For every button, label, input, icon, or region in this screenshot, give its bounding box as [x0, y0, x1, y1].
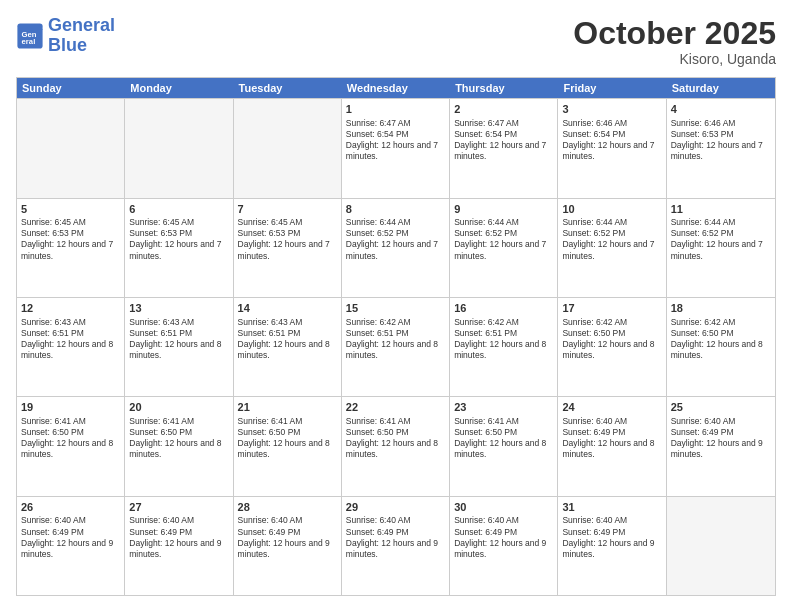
- day-number: 12: [21, 301, 120, 316]
- day-info: Sunrise: 6:40 AMSunset: 6:49 PMDaylight:…: [562, 515, 661, 559]
- day-number: 26: [21, 500, 120, 515]
- calendar-cell: 24Sunrise: 6:40 AMSunset: 6:49 PMDayligh…: [558, 397, 666, 495]
- logo-blue: Blue: [48, 35, 87, 55]
- day-number: 30: [454, 500, 553, 515]
- calendar-cell: 31Sunrise: 6:40 AMSunset: 6:49 PMDayligh…: [558, 497, 666, 595]
- weekday-header: Sunday: [17, 78, 125, 98]
- calendar-row: 5Sunrise: 6:45 AMSunset: 6:53 PMDaylight…: [17, 198, 775, 297]
- logo-general: General: [48, 15, 115, 35]
- calendar-cell: 5Sunrise: 6:45 AMSunset: 6:53 PMDaylight…: [17, 199, 125, 297]
- day-number: 31: [562, 500, 661, 515]
- weekday-header: Monday: [125, 78, 233, 98]
- calendar-cell: 13Sunrise: 6:43 AMSunset: 6:51 PMDayligh…: [125, 298, 233, 396]
- calendar-cell: 16Sunrise: 6:42 AMSunset: 6:51 PMDayligh…: [450, 298, 558, 396]
- calendar-row: 1Sunrise: 6:47 AMSunset: 6:54 PMDaylight…: [17, 98, 775, 197]
- day-number: 21: [238, 400, 337, 415]
- day-number: 6: [129, 202, 228, 217]
- day-info: Sunrise: 6:45 AMSunset: 6:53 PMDaylight:…: [129, 217, 228, 261]
- weekday-header: Wednesday: [342, 78, 450, 98]
- calendar-cell: 10Sunrise: 6:44 AMSunset: 6:52 PMDayligh…: [558, 199, 666, 297]
- day-number: 17: [562, 301, 661, 316]
- day-number: 2: [454, 102, 553, 117]
- calendar-cell: 15Sunrise: 6:42 AMSunset: 6:51 PMDayligh…: [342, 298, 450, 396]
- logo-text: General Blue: [48, 16, 115, 56]
- day-info: Sunrise: 6:47 AMSunset: 6:54 PMDaylight:…: [346, 118, 445, 162]
- calendar: SundayMondayTuesdayWednesdayThursdayFrid…: [16, 77, 776, 596]
- location: Kisoro, Uganda: [573, 51, 776, 67]
- day-info: Sunrise: 6:41 AMSunset: 6:50 PMDaylight:…: [346, 416, 445, 460]
- day-number: 18: [671, 301, 771, 316]
- day-info: Sunrise: 6:41 AMSunset: 6:50 PMDaylight:…: [21, 416, 120, 460]
- weekday-header: Thursday: [450, 78, 558, 98]
- calendar-cell: 25Sunrise: 6:40 AMSunset: 6:49 PMDayligh…: [667, 397, 775, 495]
- day-number: 16: [454, 301, 553, 316]
- calendar-cell: 19Sunrise: 6:41 AMSunset: 6:50 PMDayligh…: [17, 397, 125, 495]
- calendar-row: 12Sunrise: 6:43 AMSunset: 6:51 PMDayligh…: [17, 297, 775, 396]
- page: Gen eral General Blue October 2025 Kisor…: [0, 0, 792, 612]
- weekday-header: Saturday: [667, 78, 775, 98]
- calendar-cell: 6Sunrise: 6:45 AMSunset: 6:53 PMDaylight…: [125, 199, 233, 297]
- day-info: Sunrise: 6:42 AMSunset: 6:50 PMDaylight:…: [562, 317, 661, 361]
- day-number: 11: [671, 202, 771, 217]
- day-info: Sunrise: 6:40 AMSunset: 6:49 PMDaylight:…: [346, 515, 445, 559]
- title-area: October 2025 Kisoro, Uganda: [573, 16, 776, 67]
- calendar-cell: 26Sunrise: 6:40 AMSunset: 6:49 PMDayligh…: [17, 497, 125, 595]
- calendar-cell: [125, 99, 233, 197]
- day-number: 20: [129, 400, 228, 415]
- calendar-cell: 27Sunrise: 6:40 AMSunset: 6:49 PMDayligh…: [125, 497, 233, 595]
- day-info: Sunrise: 6:40 AMSunset: 6:49 PMDaylight:…: [21, 515, 120, 559]
- day-info: Sunrise: 6:44 AMSunset: 6:52 PMDaylight:…: [454, 217, 553, 261]
- day-info: Sunrise: 6:46 AMSunset: 6:53 PMDaylight:…: [671, 118, 771, 162]
- svg-text:eral: eral: [22, 37, 36, 46]
- day-info: Sunrise: 6:42 AMSunset: 6:51 PMDaylight:…: [346, 317, 445, 361]
- calendar-cell: 4Sunrise: 6:46 AMSunset: 6:53 PMDaylight…: [667, 99, 775, 197]
- day-number: 25: [671, 400, 771, 415]
- calendar-cell: 8Sunrise: 6:44 AMSunset: 6:52 PMDaylight…: [342, 199, 450, 297]
- calendar-cell: [234, 99, 342, 197]
- day-number: 8: [346, 202, 445, 217]
- day-number: 23: [454, 400, 553, 415]
- day-info: Sunrise: 6:43 AMSunset: 6:51 PMDaylight:…: [129, 317, 228, 361]
- day-number: 5: [21, 202, 120, 217]
- day-number: 13: [129, 301, 228, 316]
- day-info: Sunrise: 6:47 AMSunset: 6:54 PMDaylight:…: [454, 118, 553, 162]
- calendar-cell: 21Sunrise: 6:41 AMSunset: 6:50 PMDayligh…: [234, 397, 342, 495]
- calendar-cell: 9Sunrise: 6:44 AMSunset: 6:52 PMDaylight…: [450, 199, 558, 297]
- calendar-cell: 29Sunrise: 6:40 AMSunset: 6:49 PMDayligh…: [342, 497, 450, 595]
- day-info: Sunrise: 6:40 AMSunset: 6:49 PMDaylight:…: [129, 515, 228, 559]
- calendar-cell: 23Sunrise: 6:41 AMSunset: 6:50 PMDayligh…: [450, 397, 558, 495]
- day-number: 19: [21, 400, 120, 415]
- day-info: Sunrise: 6:40 AMSunset: 6:49 PMDaylight:…: [671, 416, 771, 460]
- day-number: 10: [562, 202, 661, 217]
- calendar-header: SundayMondayTuesdayWednesdayThursdayFrid…: [17, 78, 775, 98]
- calendar-cell: 12Sunrise: 6:43 AMSunset: 6:51 PMDayligh…: [17, 298, 125, 396]
- day-number: 28: [238, 500, 337, 515]
- day-number: 22: [346, 400, 445, 415]
- day-number: 24: [562, 400, 661, 415]
- calendar-cell: 2Sunrise: 6:47 AMSunset: 6:54 PMDaylight…: [450, 99, 558, 197]
- logo: Gen eral General Blue: [16, 16, 115, 56]
- day-info: Sunrise: 6:41 AMSunset: 6:50 PMDaylight:…: [454, 416, 553, 460]
- day-info: Sunrise: 6:41 AMSunset: 6:50 PMDaylight:…: [238, 416, 337, 460]
- day-info: Sunrise: 6:40 AMSunset: 6:49 PMDaylight:…: [562, 416, 661, 460]
- calendar-row: 26Sunrise: 6:40 AMSunset: 6:49 PMDayligh…: [17, 496, 775, 595]
- day-info: Sunrise: 6:44 AMSunset: 6:52 PMDaylight:…: [671, 217, 771, 261]
- day-info: Sunrise: 6:43 AMSunset: 6:51 PMDaylight:…: [238, 317, 337, 361]
- day-number: 15: [346, 301, 445, 316]
- calendar-cell: 28Sunrise: 6:40 AMSunset: 6:49 PMDayligh…: [234, 497, 342, 595]
- calendar-cell: 14Sunrise: 6:43 AMSunset: 6:51 PMDayligh…: [234, 298, 342, 396]
- day-info: Sunrise: 6:45 AMSunset: 6:53 PMDaylight:…: [21, 217, 120, 261]
- calendar-body: 1Sunrise: 6:47 AMSunset: 6:54 PMDaylight…: [17, 98, 775, 595]
- calendar-cell: 11Sunrise: 6:44 AMSunset: 6:52 PMDayligh…: [667, 199, 775, 297]
- day-info: Sunrise: 6:43 AMSunset: 6:51 PMDaylight:…: [21, 317, 120, 361]
- day-info: Sunrise: 6:44 AMSunset: 6:52 PMDaylight:…: [562, 217, 661, 261]
- header: Gen eral General Blue October 2025 Kisor…: [16, 16, 776, 67]
- day-info: Sunrise: 6:45 AMSunset: 6:53 PMDaylight:…: [238, 217, 337, 261]
- day-info: Sunrise: 6:42 AMSunset: 6:50 PMDaylight:…: [671, 317, 771, 361]
- calendar-cell: 3Sunrise: 6:46 AMSunset: 6:54 PMDaylight…: [558, 99, 666, 197]
- calendar-cell: 17Sunrise: 6:42 AMSunset: 6:50 PMDayligh…: [558, 298, 666, 396]
- weekday-header: Friday: [558, 78, 666, 98]
- day-number: 3: [562, 102, 661, 117]
- calendar-cell: 20Sunrise: 6:41 AMSunset: 6:50 PMDayligh…: [125, 397, 233, 495]
- calendar-cell: [667, 497, 775, 595]
